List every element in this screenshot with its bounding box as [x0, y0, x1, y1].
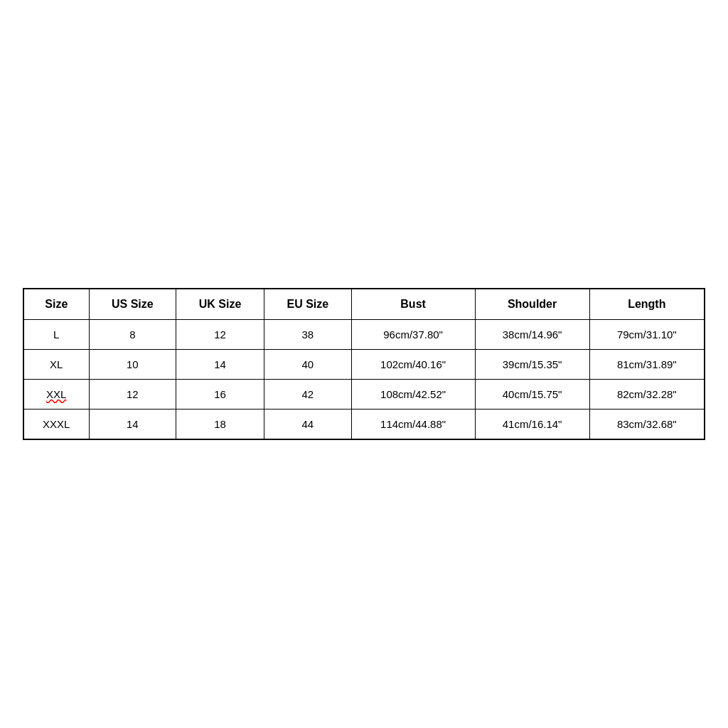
table-row: XL 10 14 40 102cm/40.16" 39cm/15.35" 81c…	[23, 350, 705, 380]
cell-length-xxxl: 83cm/32.68"	[589, 410, 705, 440]
cell-us-xxl: 12	[89, 380, 176, 410]
table-row: L 8 12 38 96cm/37.80" 38cm/14.96" 79cm/3…	[23, 320, 705, 350]
cell-shoulder-xl: 39cm/15.35"	[475, 350, 589, 380]
cell-length-xl: 81cm/31.89"	[589, 350, 705, 380]
size-chart-container: Size US Size UK Size EU Size Bust Should…	[23, 288, 705, 440]
cell-eu-xxl: 42	[264, 380, 352, 410]
cell-eu-xl: 40	[264, 350, 352, 380]
cell-size-l: L	[23, 320, 89, 350]
cell-shoulder-xxxl: 41cm/16.14"	[475, 410, 589, 440]
header-bust: Bust	[351, 289, 475, 320]
cell-uk-l: 12	[176, 320, 264, 350]
cell-uk-xl: 14	[176, 350, 264, 380]
cell-eu-xxxl: 44	[264, 410, 352, 440]
header-us-size: US Size	[89, 289, 176, 320]
cell-size-xxl: XXL	[23, 380, 89, 410]
header-eu-size: EU Size	[264, 289, 352, 320]
header-size: Size	[23, 289, 89, 320]
cell-length-xxl: 82cm/32.28"	[589, 380, 705, 410]
cell-eu-l: 38	[264, 320, 352, 350]
cell-bust-xxl: 108cm/42.52"	[351, 380, 475, 410]
cell-shoulder-l: 38cm/14.96"	[475, 320, 589, 350]
table-header-row: Size US Size UK Size EU Size Bust Should…	[23, 289, 705, 320]
cell-us-l: 8	[89, 320, 176, 350]
header-length: Length	[589, 289, 705, 320]
cell-us-xl: 10	[89, 350, 176, 380]
cell-shoulder-xxl: 40cm/15.75"	[475, 380, 589, 410]
header-uk-size: UK Size	[176, 289, 264, 320]
cell-uk-xxxl: 18	[176, 410, 264, 440]
cell-uk-xxl: 16	[176, 380, 264, 410]
cell-bust-xl: 102cm/40.16"	[351, 350, 475, 380]
cell-us-xxxl: 14	[89, 410, 176, 440]
cell-length-l: 79cm/31.10"	[589, 320, 705, 350]
header-shoulder: Shoulder	[475, 289, 589, 320]
table-row: XXL 12 16 42 108cm/42.52" 40cm/15.75" 82…	[23, 380, 705, 410]
cell-bust-xxxl: 114cm/44.88"	[351, 410, 475, 440]
cell-size-xxxl: XXXL	[23, 410, 89, 440]
cell-bust-l: 96cm/37.80"	[351, 320, 475, 350]
size-chart-table: Size US Size UK Size EU Size Bust Should…	[23, 288, 705, 440]
cell-size-xl: XL	[23, 350, 89, 380]
table-row: XXXL 14 18 44 114cm/44.88" 41cm/16.14" 8…	[23, 410, 705, 440]
